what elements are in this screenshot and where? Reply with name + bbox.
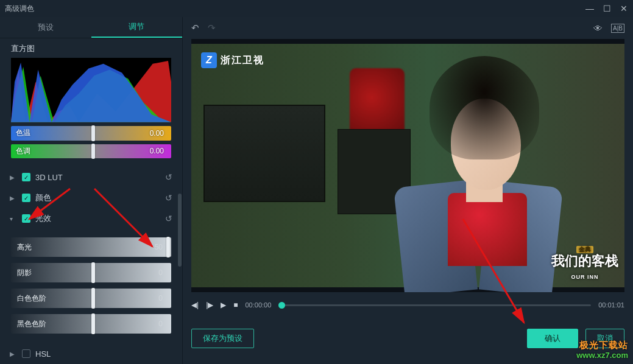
- slider-tint-label: 色调: [11, 144, 48, 159]
- tab-preset[interactable]: 预设: [0, 17, 91, 38]
- slider-shadow-value: 0: [158, 268, 163, 277]
- checkbox-hsl[interactable]: [22, 349, 30, 358]
- slider-black-level[interactable]: 黑色色阶 0: [11, 314, 171, 334]
- redo-icon[interactable]: ↷: [208, 23, 216, 33]
- scene-person: [375, 56, 582, 287]
- titlebar: 高级调色 — ☐ ✕: [0, 0, 633, 17]
- section-hsl-label: HSL: [35, 349, 51, 359]
- tab-adjust[interactable]: 调节: [91, 17, 183, 38]
- program-badge-sub: OUR INN: [571, 274, 599, 280]
- slider-highlight-label: 高光: [11, 242, 66, 253]
- section-3dlut-label: 3D LUT: [35, 173, 63, 182]
- scene-wall-panel: [203, 105, 325, 202]
- save-preset-button[interactable]: 保存为预设: [191, 329, 254, 348]
- slider-white-level[interactable]: 白色色阶 0: [11, 289, 171, 308]
- slider-temperature[interactable]: 色温 0.00: [11, 126, 171, 141]
- window-title: 高级调色: [5, 4, 34, 14]
- eye-icon[interactable]: 👁: [593, 23, 603, 33]
- play-button[interactable]: ▶: [221, 301, 226, 309]
- watermark-line1: 极光下载站: [576, 340, 628, 351]
- checkbox-3dlut[interactable]: ✓: [22, 173, 30, 181]
- time-total: 00:01:01: [598, 301, 624, 309]
- bottom-buttons: 保存为预设 确认 取消: [191, 321, 624, 355]
- slider-tint[interactable]: 色调 0.00: [11, 144, 171, 159]
- slider-highlight-value: 50: [155, 243, 163, 251]
- chevron-right-icon: ▶: [10, 195, 17, 201]
- shirt: [448, 193, 527, 266]
- undo-icon[interactable]: ↶: [191, 23, 199, 33]
- program-badge-small: 金典: [576, 246, 593, 253]
- prev-frame-button[interactable]: ◀|: [191, 301, 199, 309]
- slider-shadow-label: 阴影: [11, 268, 66, 278]
- checkbox-color[interactable]: ✓: [22, 194, 30, 202]
- program-badge-main: 我们的客栈: [551, 253, 618, 268]
- chevron-down-icon: ▾: [10, 215, 17, 222]
- compare-icon[interactable]: A|B: [611, 24, 624, 33]
- watermark-line2: www.xz7.com: [576, 351, 628, 360]
- confirm-button[interactable]: 确认: [527, 329, 578, 348]
- slider-highlight[interactable]: 高光 50: [11, 237, 171, 257]
- stop-button[interactable]: ■: [233, 301, 238, 309]
- hair: [430, 56, 539, 159]
- minimize-button[interactable]: —: [585, 4, 594, 13]
- video-preview[interactable]: Z 浙江卫视 金典 我们的客栈 OUR INN: [191, 39, 624, 292]
- window-controls: — ☐ ✕: [585, 4, 628, 13]
- slider-shadow-handle[interactable]: [91, 262, 95, 283]
- slider-black-level-value: 0: [158, 320, 163, 328]
- light-sliders-group: 高光 50 阴影 0 白色色阶 0 黑色: [0, 229, 182, 340]
- left-panel-scrollbar[interactable]: [178, 194, 182, 267]
- video-frame: Z 浙江卫视 金典 我们的客栈 OUR INN: [191, 44, 624, 287]
- time-current: 00:00:00: [246, 301, 272, 309]
- chevron-right-icon: ▶: [10, 351, 17, 357]
- channel-logo: Z 浙江卫视: [201, 52, 264, 68]
- channel-logo-text: 浙江卫视: [221, 54, 264, 67]
- reset-3dlut-icon[interactable]: ↺: [165, 172, 172, 182]
- channel-logo-icon: Z: [201, 52, 217, 68]
- slider-white-level-value: 0: [158, 294, 163, 303]
- watermark: 极光下载站 www.xz7.com: [576, 340, 628, 360]
- section-light[interactable]: ▾ ✓ 光效 ↺: [0, 208, 182, 229]
- slider-black-level-handle[interactable]: [91, 313, 95, 334]
- slider-highlight-handle[interactable]: [166, 237, 170, 257]
- timeline-playhead[interactable]: [278, 302, 285, 309]
- next-frame-button[interactable]: |▶: [206, 301, 213, 309]
- section-color[interactable]: ▶ ✓ 颜色 ↺: [0, 187, 182, 208]
- histogram: [11, 58, 171, 122]
- histogram-label: 直方图: [0, 38, 182, 57]
- slider-shadow[interactable]: 阴影 0: [11, 263, 171, 282]
- preview-toolbar: ↶ ↷ 👁 A|B: [183, 17, 633, 39]
- slider-temperature-value: 0.00: [150, 126, 164, 141]
- slider-white-level-label: 白色色阶: [11, 293, 66, 304]
- playback-controls: ◀| |▶ ▶ ■ 00:00:00 00:01:01: [191, 296, 624, 314]
- slider-temperature-handle[interactable]: [91, 125, 95, 141]
- maximize-button[interactable]: ☐: [603, 4, 611, 13]
- checkbox-light[interactable]: ✓: [22, 214, 30, 223]
- program-badge: 金典 我们的客栈 OUR INN: [551, 246, 618, 281]
- timeline-scrubber[interactable]: [278, 304, 591, 306]
- main-layout: 预设 调节 直方图 色温 0.00 色调 0.00 ▶: [0, 17, 633, 364]
- slider-white-level-handle[interactable]: [91, 288, 95, 309]
- chevron-right-icon: ▶: [10, 174, 17, 181]
- accordion: ▶ ✓ 3D LUT ↺ ▶ ✓ 颜色 ↺ ▾ ✓ 光效 ↺ 高: [0, 167, 182, 364]
- slider-tint-handle[interactable]: [91, 144, 95, 159]
- slider-temperature-label: 色温: [11, 126, 48, 141]
- reset-color-icon[interactable]: ↺: [165, 193, 172, 203]
- section-hsl[interactable]: ▶ HSL: [0, 343, 182, 364]
- left-tabs: 预设 调节: [0, 17, 182, 38]
- left-panel: 预设 调节 直方图 色温 0.00 色调 0.00 ▶: [0, 17, 183, 364]
- section-3dlut[interactable]: ▶ ✓ 3D LUT ↺: [0, 167, 182, 187]
- section-color-label: 颜色: [35, 192, 51, 203]
- slider-tint-value: 0.00: [150, 144, 164, 159]
- close-button[interactable]: ✕: [620, 4, 628, 13]
- section-light-label: 光效: [35, 213, 51, 224]
- slider-black-level-label: 黑色色阶: [11, 319, 66, 329]
- reset-light-icon[interactable]: ↺: [165, 214, 172, 223]
- right-panel: ↶ ↷ 👁 A|B Z: [183, 17, 633, 364]
